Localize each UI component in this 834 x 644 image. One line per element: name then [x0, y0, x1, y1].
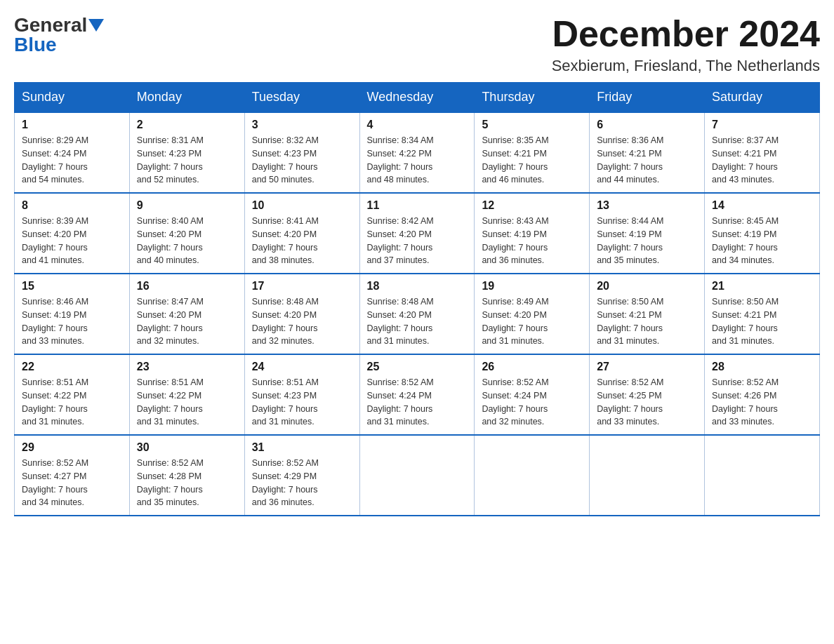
weekday-header-wednesday: Wednesday [359, 83, 475, 113]
calendar-cell: 4Sunrise: 8:34 AMSunset: 4:22 PMDaylight… [359, 112, 475, 193]
calendar-cell [359, 435, 475, 516]
day-info: Sunrise: 8:52 AMSunset: 4:24 PMDaylight:… [367, 376, 468, 429]
day-number: 8 [22, 199, 122, 212]
day-info: Sunrise: 8:51 AMSunset: 4:22 PMDaylight:… [22, 376, 122, 429]
svg-marker-0 [88, 19, 104, 32]
day-number: 21 [712, 280, 812, 293]
calendar-cell: 23Sunrise: 8:51 AMSunset: 4:22 PMDayligh… [129, 354, 244, 435]
day-number: 1 [22, 119, 122, 131]
day-info: Sunrise: 8:45 AMSunset: 4:19 PMDaylight:… [712, 215, 812, 267]
day-info: Sunrise: 8:50 AMSunset: 4:21 PMDaylight:… [712, 295, 812, 348]
day-info: Sunrise: 8:34 AMSunset: 4:22 PMDaylight:… [367, 134, 468, 187]
weekday-header-tuesday: Tuesday [244, 83, 359, 113]
day-number: 19 [482, 280, 582, 293]
page-header: General Blue December 2024 Sexbierum, Fr… [14, 14, 820, 75]
day-number: 30 [137, 441, 237, 454]
calendar-cell: 10Sunrise: 8:41 AMSunset: 4:20 PMDayligh… [244, 193, 359, 274]
day-number: 9 [137, 199, 237, 212]
logo-triangle-icon [88, 19, 104, 32]
day-number: 28 [712, 361, 812, 373]
logo: General Blue [14, 14, 104, 56]
day-info: Sunrise: 8:48 AMSunset: 4:20 PMDaylight:… [367, 295, 468, 348]
weekday-header-saturday: Saturday [705, 83, 820, 113]
day-info: Sunrise: 8:46 AMSunset: 4:19 PMDaylight:… [22, 295, 122, 348]
calendar-cell: 25Sunrise: 8:52 AMSunset: 4:24 PMDayligh… [359, 354, 475, 435]
day-info: Sunrise: 8:51 AMSunset: 4:23 PMDaylight:… [252, 376, 352, 429]
weekday-header-thursday: Thursday [475, 83, 590, 113]
day-info: Sunrise: 8:44 AMSunset: 4:19 PMDaylight:… [597, 215, 697, 267]
calendar-cell: 13Sunrise: 8:44 AMSunset: 4:19 PMDayligh… [590, 193, 705, 274]
logo-general-text: General [14, 14, 87, 36]
day-number: 3 [252, 119, 352, 131]
day-number: 6 [597, 119, 697, 131]
day-number: 7 [712, 119, 812, 131]
day-info: Sunrise: 8:50 AMSunset: 4:21 PMDaylight:… [597, 295, 697, 348]
day-number: 5 [482, 119, 582, 131]
calendar-cell: 1Sunrise: 8:29 AMSunset: 4:24 PMDaylight… [15, 112, 130, 193]
calendar-cell: 26Sunrise: 8:52 AMSunset: 4:24 PMDayligh… [475, 354, 590, 435]
weekday-header-friday: Friday [590, 83, 705, 113]
day-number: 10 [252, 199, 352, 212]
calendar-week-row: 1Sunrise: 8:29 AMSunset: 4:24 PMDaylight… [15, 112, 820, 193]
calendar-cell: 14Sunrise: 8:45 AMSunset: 4:19 PMDayligh… [705, 193, 820, 274]
day-info: Sunrise: 8:47 AMSunset: 4:20 PMDaylight:… [137, 295, 237, 348]
calendar-cell: 22Sunrise: 8:51 AMSunset: 4:22 PMDayligh… [15, 354, 130, 435]
calendar-cell: 11Sunrise: 8:42 AMSunset: 4:20 PMDayligh… [359, 193, 475, 274]
day-number: 26 [482, 361, 582, 373]
day-number: 13 [597, 199, 697, 212]
day-info: Sunrise: 8:52 AMSunset: 4:26 PMDaylight:… [712, 376, 812, 429]
day-number: 29 [22, 441, 122, 454]
day-info: Sunrise: 8:52 AMSunset: 4:29 PMDaylight:… [252, 457, 352, 509]
day-info: Sunrise: 8:32 AMSunset: 4:23 PMDaylight:… [252, 134, 352, 187]
weekday-header-sunday: Sunday [15, 83, 130, 113]
day-info: Sunrise: 8:42 AMSunset: 4:20 PMDaylight:… [367, 215, 468, 267]
calendar-cell: 28Sunrise: 8:52 AMSunset: 4:26 PMDayligh… [705, 354, 820, 435]
day-number: 31 [252, 441, 352, 454]
title-section: December 2024 Sexbierum, Friesland, The … [552, 14, 820, 75]
calendar-cell: 2Sunrise: 8:31 AMSunset: 4:23 PMDaylight… [129, 112, 244, 193]
calendar-cell: 16Sunrise: 8:47 AMSunset: 4:20 PMDayligh… [129, 274, 244, 354]
calendar-cell: 31Sunrise: 8:52 AMSunset: 4:29 PMDayligh… [244, 435, 359, 516]
day-info: Sunrise: 8:52 AMSunset: 4:24 PMDaylight:… [482, 376, 582, 429]
logo-blue-text: Blue [14, 34, 57, 55]
day-info: Sunrise: 8:39 AMSunset: 4:20 PMDaylight:… [22, 215, 122, 267]
calendar-cell: 24Sunrise: 8:51 AMSunset: 4:23 PMDayligh… [244, 354, 359, 435]
day-number: 11 [367, 199, 468, 212]
day-info: Sunrise: 8:40 AMSunset: 4:20 PMDaylight:… [137, 215, 237, 267]
day-info: Sunrise: 8:37 AMSunset: 4:21 PMDaylight:… [712, 134, 812, 187]
day-number: 16 [137, 280, 237, 293]
calendar-cell [590, 435, 705, 516]
calendar-table: SundayMondayTuesdayWednesdayThursdayFrid… [14, 82, 820, 516]
day-number: 22 [22, 361, 122, 373]
day-number: 24 [252, 361, 352, 373]
calendar-cell: 21Sunrise: 8:50 AMSunset: 4:21 PMDayligh… [705, 274, 820, 354]
day-info: Sunrise: 8:49 AMSunset: 4:20 PMDaylight:… [482, 295, 582, 348]
calendar-cell [475, 435, 590, 516]
calendar-cell: 27Sunrise: 8:52 AMSunset: 4:25 PMDayligh… [590, 354, 705, 435]
calendar-cell: 8Sunrise: 8:39 AMSunset: 4:20 PMDaylight… [15, 193, 130, 274]
day-info: Sunrise: 8:36 AMSunset: 4:21 PMDaylight:… [597, 134, 697, 187]
calendar-cell: 15Sunrise: 8:46 AMSunset: 4:19 PMDayligh… [15, 274, 130, 354]
day-info: Sunrise: 8:52 AMSunset: 4:27 PMDaylight:… [22, 457, 122, 509]
day-number: 27 [597, 361, 697, 373]
day-info: Sunrise: 8:52 AMSunset: 4:28 PMDaylight:… [137, 457, 237, 509]
day-info: Sunrise: 8:41 AMSunset: 4:20 PMDaylight:… [252, 215, 352, 267]
day-number: 23 [137, 361, 237, 373]
month-title: December 2024 [552, 14, 820, 54]
day-info: Sunrise: 8:48 AMSunset: 4:20 PMDaylight:… [252, 295, 352, 348]
calendar-cell: 18Sunrise: 8:48 AMSunset: 4:20 PMDayligh… [359, 274, 475, 354]
calendar-cell: 12Sunrise: 8:43 AMSunset: 4:19 PMDayligh… [475, 193, 590, 274]
day-info: Sunrise: 8:52 AMSunset: 4:25 PMDaylight:… [597, 376, 697, 429]
calendar-cell: 3Sunrise: 8:32 AMSunset: 4:23 PMDaylight… [244, 112, 359, 193]
calendar-cell: 9Sunrise: 8:40 AMSunset: 4:20 PMDaylight… [129, 193, 244, 274]
weekday-header-monday: Monday [129, 83, 244, 113]
day-number: 12 [482, 199, 582, 212]
day-info: Sunrise: 8:35 AMSunset: 4:21 PMDaylight:… [482, 134, 582, 187]
day-info: Sunrise: 8:29 AMSunset: 4:24 PMDaylight:… [22, 134, 122, 187]
calendar-week-row: 15Sunrise: 8:46 AMSunset: 4:19 PMDayligh… [15, 274, 820, 354]
calendar-week-row: 8Sunrise: 8:39 AMSunset: 4:20 PMDaylight… [15, 193, 820, 274]
weekday-header-row: SundayMondayTuesdayWednesdayThursdayFrid… [15, 83, 820, 113]
calendar-cell: 20Sunrise: 8:50 AMSunset: 4:21 PMDayligh… [590, 274, 705, 354]
day-number: 20 [597, 280, 697, 293]
calendar-cell: 6Sunrise: 8:36 AMSunset: 4:21 PMDaylight… [590, 112, 705, 193]
